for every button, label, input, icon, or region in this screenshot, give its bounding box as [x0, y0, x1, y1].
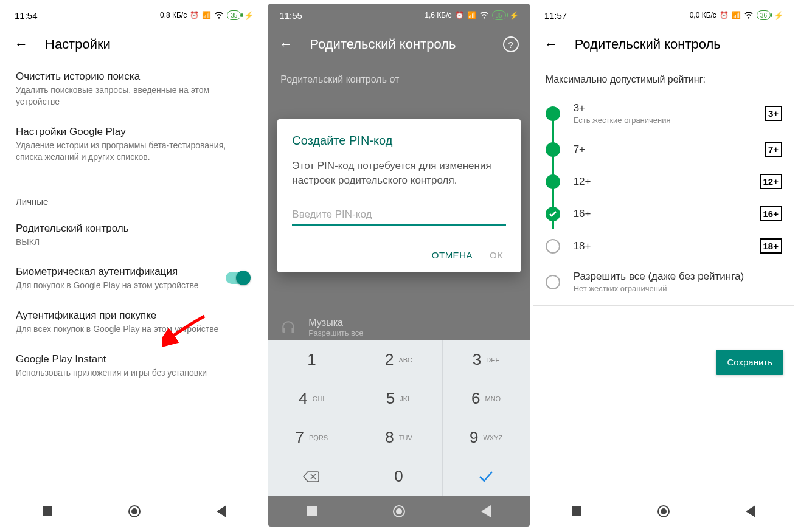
- bg-label: Родительский контроль от: [280, 74, 399, 85]
- net-speed: 0,0 КБ/с: [690, 11, 716, 19]
- ok-button[interactable]: OK: [490, 250, 504, 260]
- key-1[interactable]: 1: [268, 340, 355, 379]
- clock: 11:54: [15, 10, 38, 21]
- backspace-icon: [303, 471, 320, 483]
- play-instant[interactable]: Google Play Instant Использовать приложе…: [4, 345, 265, 389]
- rating-heading: Максимально допустимый рейтинг:: [533, 62, 794, 94]
- back-button[interactable]: ←: [279, 36, 293, 52]
- signal-icon: 📶: [732, 11, 741, 19]
- charge-icon: ⚡: [774, 11, 783, 20]
- item-title: Родительский контроль: [16, 223, 252, 235]
- cancel-button[interactable]: ОТМЕНА: [432, 250, 473, 260]
- clock: 11:57: [544, 10, 567, 21]
- clear-search-history[interactable]: Очистить историю поиска Удалить поисковы…: [4, 62, 265, 117]
- key-3[interactable]: 3DEF: [443, 340, 530, 379]
- music-row: Музыка Разрешить все: [268, 305, 375, 340]
- music-sub: Разрешить все: [308, 328, 363, 337]
- recents-button[interactable]: [570, 505, 583, 518]
- purchase-auth[interactable]: Аутентификация при покупке Для всех поку…: [4, 301, 265, 345]
- key-backspace[interactable]: [268, 457, 355, 496]
- radio-on[interactable]: [546, 142, 560, 157]
- key-6[interactable]: 6MNO: [443, 379, 530, 418]
- rating-badge: 16+: [760, 206, 782, 221]
- status-bar: 11:54 0,8 КБ/с ⏰ 📶 35 ⚡: [4, 4, 265, 27]
- music-title: Музыка: [308, 317, 363, 328]
- nav-bar: [533, 496, 794, 527]
- battery-icon: 35: [492, 10, 506, 20]
- item-sub: Использовать приложения и игры без устан…: [16, 367, 252, 379]
- screen-settings: 11:54 0,8 КБ/с ⏰ 📶 35 ⚡ ← Настройки Очис…: [4, 4, 265, 527]
- home-button[interactable]: [657, 505, 670, 518]
- item-title: Аутентификация при покупке: [16, 309, 252, 322]
- key-4[interactable]: 4GHI: [268, 379, 355, 418]
- item-sub: Для покупок в Google Play на этом устрой…: [16, 280, 226, 291]
- item-title: Очистить историю поиска: [16, 71, 252, 83]
- back-nav-button[interactable]: [744, 505, 757, 518]
- rating-16plus[interactable]: 16+ 16+: [533, 198, 794, 230]
- dialog-text: Этот PIN-код потребуется для изменения н…: [292, 159, 505, 188]
- radio-selected[interactable]: [546, 207, 560, 221]
- home-button[interactable]: [392, 505, 406, 518]
- headphones-icon: [280, 320, 296, 336]
- dialog-title: Создайте PIN-код: [292, 134, 505, 148]
- net-speed: 0,8 КБ/с: [160, 11, 187, 19]
- help-icon[interactable]: ?: [503, 36, 519, 52]
- key-9[interactable]: 9WXYZ: [443, 418, 530, 457]
- key-0[interactable]: 0: [355, 457, 442, 496]
- rating-sub: Нет жестких ограничений: [574, 284, 782, 293]
- rating-18plus[interactable]: 18+ 18+: [533, 230, 794, 262]
- save-button[interactable]: Сохранить: [716, 350, 783, 375]
- rating-badge: 18+: [760, 238, 782, 254]
- key-7[interactable]: 7PQRS: [268, 418, 355, 457]
- radio-off[interactable]: [546, 275, 560, 289]
- recents-button[interactable]: [41, 505, 54, 518]
- pin-input[interactable]: [292, 205, 505, 226]
- parental-control[interactable]: Родительский контроль ВЫКЛ: [4, 214, 265, 258]
- battery-icon: 36: [757, 10, 771, 20]
- key-enter[interactable]: [443, 457, 530, 496]
- net-speed: 1,6 КБ/с: [425, 11, 451, 19]
- home-button[interactable]: [128, 505, 141, 518]
- header: ← Родительский контроль ?: [268, 27, 529, 62]
- screen-rating: 11:57 0,0 КБ/с ⏰ 📶 36 ⚡ ← Родительский к…: [533, 4, 794, 527]
- rating-label: 3+: [574, 102, 751, 114]
- key-5[interactable]: 5JKL: [355, 379, 442, 418]
- wifi-icon: [214, 10, 224, 21]
- status-bar: 11:55 1,6 КБ/с ⏰ 📶 35 ⚡: [268, 4, 529, 27]
- key-8[interactable]: 8TUV: [355, 418, 442, 457]
- alarm-icon: ⏰: [190, 11, 199, 19]
- radio-on[interactable]: [546, 174, 560, 189]
- settings-list[interactable]: Очистить историю поиска Удалить поисковы…: [4, 62, 265, 496]
- biometric-auth[interactable]: Биометрическая аутентификация Для покупо…: [4, 257, 265, 301]
- rating-12plus[interactable]: 12+ 12+: [533, 165, 794, 198]
- back-button[interactable]: ←: [15, 36, 28, 52]
- wifi-icon: [744, 10, 754, 21]
- play-settings[interactable]: Настройки Google Play Удаление истории и…: [4, 117, 265, 173]
- radio-on[interactable]: [546, 106, 560, 121]
- section-personal: Личные: [4, 185, 265, 214]
- nav-bar: [4, 496, 265, 527]
- rating-3plus[interactable]: 3+ Есть жесткие ограничения 3+: [533, 94, 794, 133]
- header: ← Родительский контроль: [533, 27, 794, 62]
- pin-dialog: Создайте PIN-код Этот PIN-код потребуетс…: [277, 119, 520, 272]
- back-button[interactable]: ←: [544, 36, 558, 52]
- back-nav-button[interactable]: [215, 505, 228, 518]
- radio-off[interactable]: [546, 239, 560, 254]
- rating-allow-all[interactable]: Разрешить все (даже без рейтинга) Нет же…: [533, 262, 794, 302]
- battery-icon: 35: [227, 10, 241, 20]
- rating-label: Разрешить все (даже без рейтинга): [574, 271, 782, 283]
- rating-label: 18+: [574, 240, 746, 252]
- dialog-actions: ОТМЕНА OK: [292, 245, 505, 265]
- rating-label: 7+: [574, 143, 751, 156]
- rating-label: 16+: [574, 208, 746, 220]
- recents-button[interactable]: [305, 505, 319, 518]
- wifi-icon: [479, 10, 489, 21]
- annotation-arrow: [162, 311, 210, 348]
- toggle-switch[interactable]: [226, 272, 249, 284]
- rating-badge: 7+: [765, 142, 782, 157]
- key-2[interactable]: 2ABC: [355, 340, 442, 379]
- rating-7plus[interactable]: 7+ 7+: [533, 133, 794, 165]
- back-nav-button[interactable]: [479, 505, 493, 518]
- numeric-keypad: 1 2ABC 3DEF 4GHI 5JKL 6MNO 7PQRS 8TUV 9W…: [268, 340, 529, 496]
- status-indicators: 1,6 КБ/с ⏰ 📶 35 ⚡: [425, 10, 518, 21]
